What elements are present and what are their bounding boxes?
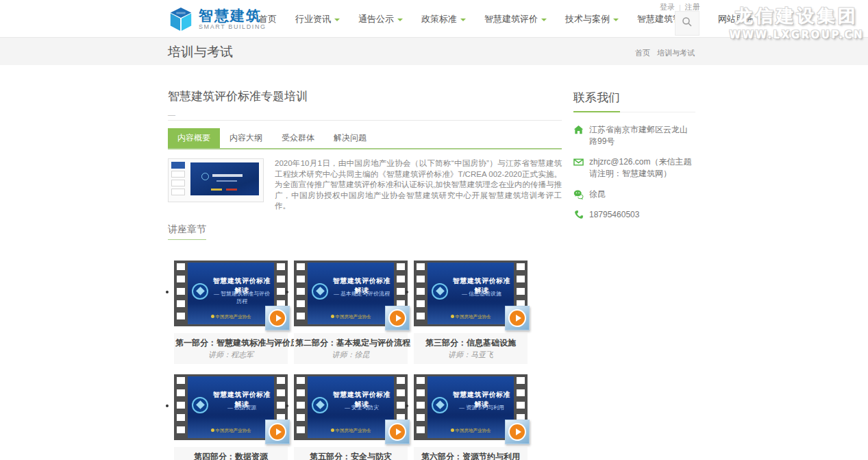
video-instructor: 讲师：程志军 [175,350,286,359]
tab-target-audience[interactable]: 受众群体 [272,128,324,148]
slide-org: 中国房地产业协会 [308,314,394,320]
video-caption: 第四部分：数据资源 讲师：马亚飞 [174,447,288,460]
slide-org: 中国房地产业协会 [188,428,274,434]
video-thumbnail[interactable]: 智慧建筑评价标准解读 — 数据资源 中国房地产业协会 [174,374,288,440]
slide-subtitle: — 基本规定与评价流程 [331,290,393,298]
nav-item-site-services[interactable]: 网站服务 [718,13,762,25]
video-card[interactable]: 智慧建筑评价标准解读 — 安全与防灾 中国房地产业协会 第五部分：安全与防灾 讲… [294,374,408,460]
video-card[interactable]: 智慧建筑评价标准解读 — 信息基础设施 中国房地产业协会 第三部分：信息基础设施… [414,261,528,364]
article-title: 智慧建筑评价标准专题培训 [168,90,562,104]
slide-subtitle: — 信息基础设施 [451,290,512,298]
search-button[interactable] [675,11,699,36]
slide-subtitle: — 资源节约与利用 [451,404,512,411]
play-icon [269,309,286,327]
nav-label: 智慧建筑评价 [484,13,538,25]
play-button[interactable] [505,420,530,444]
article-subtitle-dash: — [168,110,562,119]
nav-item-industry-news[interactable]: 行业资讯 [295,13,340,25]
contact-sidebar: 联系我们 江苏省南京市建邺区云龙山路99号 zhjzrc@126.com（来信主… [573,65,695,460]
carousel-dot [406,291,408,293]
slide-org-text: 中国房地产业协会 [456,314,491,319]
preview-slide [190,162,259,195]
tab-problems-solved[interactable]: 解决问题 [324,128,376,148]
phone-icon [573,210,584,220]
video-title: 第五部分：安全与防灾 [295,452,406,460]
video-thumbnail[interactable]: 智慧建筑评价标准解读 — 基本规定与评价流程 中国房地产业协会 [294,261,408,326]
filmstrip-holes [177,377,185,437]
contact-email-text: zhjzrc@126.com（来信主题请注明：智慧建筑网） [589,156,695,180]
slide-org-text: 中国房地产业协会 [216,428,251,433]
video-title: 第三部分：信息基础设施 [415,338,526,348]
play-button[interactable] [505,306,530,330]
chevron-down-icon [460,19,466,21]
video-thumbnail[interactable]: 智慧建筑评价标准解读 — 智慧建筑标准与评价历程 中国房地产业协会 [174,261,288,326]
contact-wechat-text: 徐昆 [589,189,606,200]
chevron-down-icon [541,19,547,21]
site-header: 登录 | 注册 智慧建筑 SMART BUILDING 首页 行业资讯 通告公示… [0,0,868,38]
video-card[interactable]: 智慧建筑评价标准解读 — 数据资源 中国房地产业协会 第四部分：数据资源 讲师：… [174,374,288,460]
preview-title-bar [212,174,243,177]
site-logo[interactable]: 智慧建筑 SMART BUILDING [168,6,266,32]
breadcrumb: 首页 培训与考试 [635,48,695,58]
contact-wechat: 徐昆 [573,189,695,200]
contact-list: 江苏省南京市建邺区云龙山路99号 zhjzrc@126.com（来信主题请注明：… [573,124,695,221]
summary-section: 2020年10月1日，由中国房地产业协会（以下简称“中国房协”）与江苏省智慧建筑… [168,158,562,212]
nav-item-evaluation[interactable]: 智慧建筑评价 [484,13,547,25]
slide-org: 中国房地产业协会 [308,428,394,434]
video-card[interactable]: 智慧建筑评价标准解读 — 资源节约与利用 中国房地产业协会 第六部分：资源节约与… [414,374,528,460]
slide-logo-icon [192,397,208,413]
nav-item-notices[interactable]: 通告公示 [358,13,403,25]
nav-label: 通告公示 [358,13,394,25]
video-grid: 智慧建筑评价标准解读 — 智慧建筑标准与评价历程 中国房地产业协会 第一部分：智… [168,261,562,460]
video-thumbnail[interactable]: 智慧建筑评价标准解读 — 资源节约与利用 中国房地产业协会 [414,374,528,440]
video-thumbnail[interactable]: 智慧建筑评价标准解读 — 安全与防灾 中国房地产业协会 [294,374,408,440]
logo-subtitle: SMART BUILDING [199,23,266,30]
search-icon [682,16,693,30]
play-icon [508,423,526,441]
play-button[interactable] [385,420,410,444]
play-icon [388,423,406,441]
tab-content-summary[interactable]: 内容概要 [168,128,220,148]
main-nav: 首页 行业资讯 通告公示 政策标准 智慧建筑评价 技术与案例 智慧建筑智库 网站… [259,0,781,38]
nav-item-tech-cases[interactable]: 技术与案例 [565,13,619,25]
video-caption: 第五部分：安全与防灾 讲师：马亚飞 [294,447,408,460]
nav-item-policy-standards[interactable]: 政策标准 [421,13,466,25]
wechat-icon [573,189,584,199]
slide-subtitle: — 安全与防灾 [331,404,393,411]
carousel-dot [166,404,169,407]
play-button[interactable] [265,420,290,444]
slide-org-text: 中国房地产业协会 [456,428,491,433]
carousel-dot [406,404,408,407]
video-title: 第六部分：资源节约与利用 [415,452,526,460]
play-button[interactable] [265,306,290,330]
slide-preview: 智慧建筑评价标准解读 — 智慧建筑标准与评价历程 中国房地产业协会 [188,263,274,324]
video-caption: 第六部分：资源节约与利用 讲师：钱颖初 [414,447,528,460]
video-card[interactable]: 智慧建筑评价标准解读 — 智慧建筑标准与评价历程 中国房地产业协会 第一部分：智… [174,261,288,364]
page-title: 培训与考试 [168,43,233,61]
slide-subtitle: — 数据资源 [211,404,273,411]
logo-cube-icon [168,6,194,32]
breadcrumb-home[interactable]: 首页 [635,48,650,58]
org-logo-icon [331,428,334,432]
preview-toolbar [171,162,185,199]
carousel-dot [286,291,288,293]
filmstrip-holes [297,377,305,437]
org-logo-icon [451,315,454,318]
tab-content-outline[interactable]: 内容大纲 [220,128,272,148]
carousel-dot [166,291,169,293]
video-thumbnail[interactable]: 智慧建筑评价标准解读 — 信息基础设施 中国房地产业协会 [414,261,528,326]
slide-logo-icon [432,397,448,413]
filmstrip-holes [297,263,305,324]
video-preview-image[interactable] [168,158,264,202]
slide-org-text: 中国房地产业协会 [336,428,371,433]
play-button[interactable] [385,306,410,330]
preview-logo-icon [201,173,209,180]
chevron-down-icon [334,19,340,21]
chevron-down-icon [613,19,619,21]
preview-subtitle-bar [216,180,237,182]
video-card[interactable]: 智慧建筑评价标准解读 — 基本规定与评价流程 中国房地产业协会 第二部分：基本规… [294,261,408,364]
breadcrumb-current: 培训与考试 [657,48,695,58]
nav-item-home[interactable]: 首页 [259,13,277,25]
slide-org: 中国房地产业协会 [427,314,514,320]
play-icon [508,309,526,327]
